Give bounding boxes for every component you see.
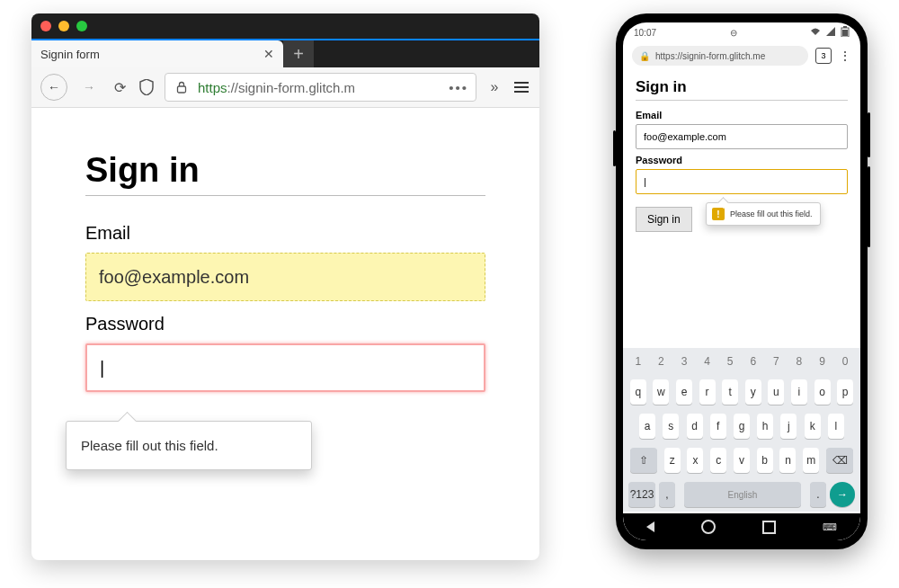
phone-device-frame: 10:07 ⊖ 🔒 https://signin [616, 13, 868, 549]
mobile-page-viewport: Sign in Email Password Sign in ! Please … [623, 69, 860, 239]
kbd-number-row: 1234567890 [623, 348, 860, 375]
kbd-key-a[interactable]: a [639, 414, 655, 439]
svg-rect-2 [843, 26, 847, 28]
window-minimize-dot[interactable] [58, 21, 69, 31]
phone-statusbar: 10:07 ⊖ [623, 22, 860, 42]
kbd-key-e[interactable]: e [676, 379, 692, 405]
kbd-key-4[interactable]: 4 [699, 352, 716, 370]
kbd-key-6[interactable]: 6 [745, 352, 761, 370]
mobile-menu-icon[interactable]: ⋮ [839, 49, 851, 63]
kbd-row-1: qwertyuiop [623, 375, 860, 409]
new-tab-button[interactable]: + [283, 40, 314, 67]
password-input[interactable] [85, 343, 485, 392]
address-text: https://signin-form.glitch.m [198, 80, 355, 95]
address-bar[interactable]: https://signin-form.glitch.m ••• [165, 73, 476, 102]
heading-rule [85, 195, 485, 196]
password-label: Password [85, 314, 485, 334]
kbd-key-m[interactable]: m [803, 448, 819, 473]
tracking-shield-icon[interactable] [138, 78, 156, 96]
kbd-key-g[interactable]: g [734, 414, 750, 439]
kbd-key-5[interactable]: 5 [722, 352, 738, 370]
tab-close-icon[interactable]: ✕ [263, 47, 274, 61]
browser-tabstrip: Signin form ✕ + [31, 39, 539, 67]
kbd-key-t[interactable]: t [722, 379, 738, 405]
mobile-signin-button[interactable]: Sign in [636, 207, 692, 232]
kbd-key-f[interactable]: f [710, 414, 726, 439]
kbd-key-d[interactable]: d [687, 414, 703, 439]
kbd-key-y[interactable]: y [745, 379, 761, 405]
kbd-backspace-key[interactable]: ⌫ [826, 448, 853, 473]
statusbar-wifi-icon [810, 27, 821, 38]
mobile-address-text: https://signin-form.glitch.me [655, 51, 765, 61]
kbd-key-h[interactable]: h [757, 414, 773, 439]
kbd-key-c[interactable]: c [710, 448, 726, 473]
kbd-key-z[interactable]: z [664, 448, 681, 473]
kbd-key-3[interactable]: 3 [676, 352, 692, 370]
kbd-key-7[interactable]: 7 [768, 352, 784, 370]
validation-tooltip: Please fill out this field. [66, 421, 312, 470]
app-menu-icon[interactable] [512, 78, 530, 96]
browser-tab-title: Signin form [40, 48, 100, 61]
nav-recents-icon[interactable] [762, 521, 776, 534]
kbd-row-3: ⇧zxcvbnm⌫ [623, 443, 860, 477]
kbd-key-x[interactable]: x [687, 448, 703, 473]
email-label: Email [85, 223, 485, 244]
statusbar-time: 10:07 [634, 28, 656, 38]
statusbar-signal-icon [826, 27, 835, 38]
window-close-dot[interactable] [40, 21, 51, 31]
soft-keyboard: 1234567890 qwertyuiop asdfghjkl ⇧zxcvbnm… [623, 348, 860, 512]
kbd-key-r[interactable]: r [699, 379, 716, 405]
kbd-key-p[interactable]: p [837, 379, 853, 405]
kbd-shift-key[interactable]: ⇧ [630, 448, 657, 473]
site-info-ellipsis-icon[interactable]: ••• [449, 80, 468, 95]
mobile-email-label: Email [636, 110, 848, 120]
kbd-key-u[interactable]: u [768, 379, 784, 405]
nav-keyboard-switch-icon[interactable]: ⌨ [823, 521, 837, 533]
kbd-key-o[interactable]: o [814, 379, 831, 405]
reload-icon[interactable]: ⟳ [111, 78, 129, 96]
kbd-key-l[interactable]: l [828, 414, 844, 439]
toolbar-overflow-chevron-icon[interactable]: » [485, 78, 503, 96]
mobile-password-input[interactable] [636, 169, 848, 194]
mobile-validation-tooltip: ! Please fill out this field. [706, 202, 821, 226]
kbd-key-n[interactable]: n [779, 448, 796, 473]
kbd-go-key[interactable]: → [830, 482, 855, 507]
lock-icon: 🔒 [639, 51, 650, 61]
lock-icon [173, 78, 191, 96]
phone-power-button[interactable] [868, 112, 870, 157]
kbd-row-2: asdfghjkl [623, 409, 860, 443]
kbd-key-q[interactable]: q [630, 379, 646, 405]
nav-home-icon[interactable] [701, 520, 716, 534]
kbd-key-9[interactable]: 9 [814, 352, 831, 370]
browser-tab-active[interactable]: Signin form ✕ [31, 40, 283, 67]
window-zoom-dot[interactable] [76, 21, 87, 31]
kbd-key-s[interactable]: s [663, 414, 679, 439]
phone-side-button-left[interactable] [613, 130, 616, 166]
mobile-email-input[interactable] [636, 124, 848, 149]
mobile-address-bar[interactable]: 🔒 https://signin-form.glitch.me [632, 46, 808, 66]
kbd-key-8[interactable]: 8 [791, 352, 807, 370]
kbd-row-4: ?123 , English . → [623, 477, 860, 512]
kbd-key-j[interactable]: j [780, 414, 797, 439]
kbd-key-b[interactable]: b [757, 448, 773, 473]
nav-forward-button[interactable]: → [76, 75, 102, 100]
android-navbar: ⌨ [623, 513, 860, 540]
kbd-key-1[interactable]: 1 [630, 352, 646, 370]
email-input[interactable] [85, 253, 485, 301]
nav-back-button[interactable]: ← [40, 74, 67, 101]
kbd-comma-key[interactable]: , [659, 482, 675, 507]
tab-switcher-button[interactable]: 3 [815, 48, 832, 64]
kbd-symbols-key[interactable]: ?123 [628, 482, 655, 507]
kbd-space-key[interactable]: English [684, 482, 801, 507]
kbd-key-k[interactable]: k [805, 414, 821, 439]
phone-volume-button[interactable] [868, 166, 870, 247]
kbd-key-2[interactable]: 2 [653, 352, 669, 370]
phone-screen: 10:07 ⊖ 🔒 https://signin [623, 22, 860, 540]
nav-back-icon[interactable] [646, 521, 654, 532]
statusbar-dnd-icon: ⊖ [730, 28, 737, 38]
kbd-period-key[interactable]: . [810, 482, 826, 507]
kbd-key-v[interactable]: v [734, 448, 750, 473]
kbd-key-i[interactable]: i [791, 379, 807, 405]
kbd-key-0[interactable]: 0 [837, 352, 853, 370]
kbd-key-w[interactable]: w [653, 379, 669, 405]
